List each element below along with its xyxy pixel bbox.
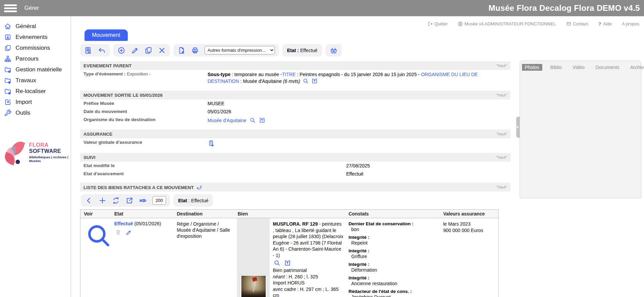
contact-link[interactable]: Contact	[566, 21, 588, 26]
sidebar-item-commissions[interactable]: Commissions	[0, 43, 71, 53]
field-prefixe-musee: Préfixe Musée	[84, 101, 208, 106]
help-icon: ?	[598, 21, 601, 27]
col-bien: Bien	[237, 211, 345, 216]
field-etat-avancement: Etat d'avancement	[84, 171, 346, 176]
sidebar-item-evenements[interactable]: Evènements	[0, 32, 71, 43]
wrench-icon	[4, 109, 11, 117]
print-page-icon[interactable]	[177, 46, 186, 54]
etat-effectue-link[interactable]: Effectué	[114, 221, 133, 226]
sidebar-item-travaux[interactable]: Travaux	[0, 75, 71, 86]
col-destination: Destination	[176, 211, 237, 217]
external-link-icon[interactable]	[125, 197, 134, 205]
haut-link[interactable]: ^haut^	[496, 64, 507, 68]
chevron-left-icon[interactable]	[85, 197, 93, 205]
media-panel: Photos Biblio Vidéo Documents Archives	[520, 61, 641, 198]
col-etat: Etat	[114, 211, 176, 216]
flora-software-logo: FLORA SOFTWARE Bibliothèques | Archives …	[3, 140, 71, 164]
panel-collapse-handle[interactable]	[516, 117, 520, 138]
musee-aquitaine-link[interactable]: Musée d'Aquitaine	[208, 118, 246, 123]
open-record-icon[interactable]	[311, 78, 318, 84]
utility-bar: Quitter Musée v4 ADMINISTRATEUR FONCTION…	[71, 16, 644, 27]
sidebar-item-label: Re-localiser	[16, 88, 46, 95]
user-account-link[interactable]: Musée v4 ADMINISTRATEUR FONCTIONNEL	[458, 21, 556, 26]
edit-row-icon[interactable]	[125, 229, 132, 236]
sidebar-item-gestion-materielle[interactable]: Gestion matérielle	[0, 64, 71, 75]
sidebar-item-label: Import	[16, 99, 32, 106]
list-etat-badge: Etat:Effectué	[173, 194, 213, 207]
aide-link[interactable]: ? Aide	[598, 21, 612, 27]
duplicate-icon[interactable]	[144, 46, 152, 54]
refresh-icon[interactable]	[196, 184, 202, 190]
haut-link[interactable]: ^haut^	[496, 93, 507, 97]
sidebar-item-import[interactable]: Import	[0, 97, 71, 108]
haut-link[interactable]: ^haut^	[496, 185, 507, 189]
value-prefixe-musee: MUSEE	[208, 101, 224, 106]
sidebar-item-outils[interactable]: Outils	[0, 108, 71, 118]
titre-link[interactable]: TITRE	[282, 72, 295, 77]
recycle-icon[interactable]	[112, 197, 120, 205]
edit-icon[interactable]	[131, 46, 139, 54]
horus-eye-icon[interactable]	[139, 197, 147, 205]
sidebar-item-label: Commissions	[16, 45, 50, 51]
delete-icon[interactable]	[158, 46, 166, 54]
list-toolbar: Etat:Effectué	[81, 194, 510, 207]
app-menu-label[interactable]: Gérer	[24, 5, 39, 12]
open-record-icon[interactable]	[284, 259, 291, 267]
printer-icon[interactable]	[191, 46, 199, 54]
sidebar-item-general[interactable]: Général	[0, 21, 71, 32]
home-icon	[4, 23, 11, 30]
tab-documents[interactable]: Documents	[593, 64, 622, 71]
page-size-input[interactable]	[152, 196, 166, 205]
sidebar: Général Evènements Commissions Parcours …	[0, 16, 71, 297]
quitter-link[interactable]: Quitter	[428, 21, 448, 26]
haut-link[interactable]: ^haut^	[496, 132, 507, 136]
list-search-icon[interactable]	[84, 46, 92, 54]
evenement-parent-value: Sous-type : temporaire au musée -TITRE :…	[208, 71, 508, 85]
app-title: Musée Flora Decalog Flora DEMO v4.5	[488, 3, 640, 13]
sidebar-item-label: Gestion matérielle	[16, 66, 62, 73]
media-tabs: Photos Biblio Vidéo Documents Archives	[520, 61, 641, 73]
logo-brand-secondary: SOFTWARE	[29, 148, 61, 154]
tab-mouvement[interactable]: Mouvement	[85, 29, 128, 41]
basket-icon[interactable]	[330, 46, 338, 54]
folder-globe-icon	[4, 88, 11, 95]
user-icon	[458, 21, 463, 26]
tab-video[interactable]: Vidéo	[570, 64, 588, 71]
col-voir: Voir	[80, 211, 114, 216]
folder-globe-icon	[4, 66, 11, 73]
search-icon[interactable]	[249, 117, 256, 123]
logo-tagline: Bibliothèques | Archives | Musées	[29, 155, 71, 163]
open-record-icon[interactable]	[259, 117, 265, 123]
tab-photos[interactable]: Photos	[522, 64, 542, 71]
section-liste-biens: LISTE DES BIENS RATTACHES A CE MOUVEMENT…	[80, 183, 510, 191]
envelope-icon	[566, 21, 571, 26]
print-formats-select[interactable]: Autres formats d'impression...	[205, 46, 275, 54]
search-icon[interactable]	[273, 259, 281, 267]
trash-icon[interactable]	[115, 229, 121, 236]
top-bar: Gérer Musée Flora Decalog Flora DEMO v4.…	[0, 0, 644, 16]
section-suivi: SUIVI ^haut^	[80, 153, 510, 162]
bien-thumbnail-image[interactable]	[240, 274, 267, 297]
hamburger-menu-icon[interactable]	[4, 3, 18, 14]
col-valeurs-assurance: Valeurs assurance	[443, 211, 497, 217]
sidebar-item-re-localiser[interactable]: Re-localiser	[0, 86, 71, 97]
sidebar-item-parcours[interactable]: Parcours	[0, 53, 71, 64]
section-mouvement-sortie: MOUVEMENT SORTIE LE 05/01/2026 ^haut^	[80, 91, 510, 99]
section-assurance: ASSURANCE ^haut^	[80, 130, 510, 138]
tab-biblio[interactable]: Biblio	[548, 64, 565, 71]
etat-date: (05/01/2026)	[134, 221, 161, 226]
destination-path: Régie / Organisme / Musée d'Aquitaine / …	[176, 218, 237, 297]
calculator-icon[interactable]	[208, 140, 215, 147]
import-icon	[4, 98, 11, 106]
a-propos-link[interactable]: A propos	[622, 21, 639, 26]
haut-link[interactable]: ^haut^	[496, 155, 507, 159]
tab-archives[interactable]: Archives	[627, 64, 644, 71]
add-icon[interactable]	[117, 46, 125, 54]
field-type-evenement: Type d'évènement : Exposition -	[84, 71, 208, 76]
search-icon[interactable]	[303, 78, 309, 84]
view-record-icon[interactable]	[84, 221, 114, 251]
plus-icon[interactable]	[98, 197, 106, 205]
sidebar-item-label: Général	[16, 23, 36, 30]
undo-icon[interactable]	[98, 46, 106, 54]
field-date-mouvement: Date du mouvement	[84, 109, 208, 114]
